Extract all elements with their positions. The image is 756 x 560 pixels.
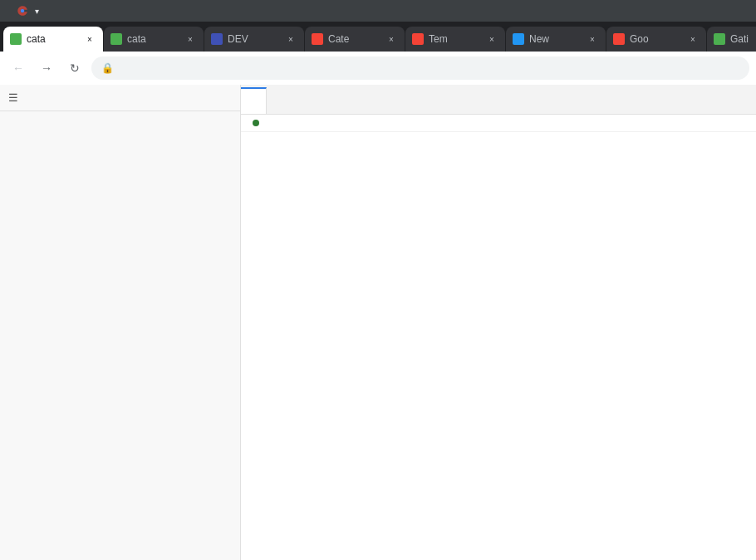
chrome-chevron-icon[interactable]: ▾ (35, 7, 39, 16)
tab-close-icon[interactable]: × (284, 32, 297, 46)
editor-tab-product-form[interactable] (241, 87, 267, 114)
tab-title-label: Cate (328, 33, 380, 45)
sidebar-header: ☰ (0, 85, 240, 111)
reload-button[interactable]: ↻ (63, 56, 86, 80)
system-bar: ▾ (0, 0, 756, 22)
address-bar[interactable]: 🔒 (91, 56, 749, 80)
editor-tab-bar (241, 85, 756, 115)
tab-close-icon[interactable]: × (385, 32, 398, 46)
browser-tab-goo-6[interactable]: Goo× (606, 27, 706, 52)
tab-favicon-icon (513, 33, 524, 45)
browser-tab-dev-2[interactable]: DEV× (204, 27, 304, 52)
tab-close-icon[interactable]: × (485, 32, 498, 46)
tab-favicon-icon (10, 33, 22, 45)
main-editor (241, 85, 756, 560)
sidebar-back-icon[interactable]: ☰ (8, 91, 18, 104)
tab-close-icon[interactable]: × (586, 32, 599, 46)
tab-title-label: Goo (630, 33, 681, 45)
nav-bar: ← → ↻ 🔒 (0, 52, 756, 85)
back-button[interactable]: ← (7, 56, 30, 80)
browser-tab-gati-7[interactable]: Gati× (707, 27, 756, 52)
forward-button[interactable]: → (35, 56, 58, 80)
chrome-icon (17, 5, 28, 17)
browser-tab-cata-1[interactable]: cata× (104, 27, 204, 52)
browser-tab-new-5[interactable]: New× (506, 27, 606, 52)
tab-favicon-icon (312, 33, 323, 45)
lock-icon: 🔒 (101, 62, 114, 74)
sidebar: ☰ (0, 85, 241, 560)
tab-title-label: Gati (730, 33, 756, 45)
chrome-indicator: ▾ (17, 5, 39, 17)
tab-favicon-icon (613, 33, 625, 45)
tab-title-label: New (529, 33, 581, 45)
browser-tab-cate-3[interactable]: Cate× (305, 27, 405, 52)
svg-point-0 (21, 9, 25, 13)
code-area[interactable] (241, 132, 756, 560)
browser-tab-tem-4[interactable]: Tem× (405, 27, 505, 52)
recent-changes-bar (241, 115, 756, 132)
status-dot (253, 120, 259, 126)
sidebar-file-list (0, 111, 240, 560)
browser-tab-cata-0[interactable]: cata× (3, 27, 103, 52)
editor-container: ☰ (0, 85, 756, 560)
tab-favicon-icon (714, 33, 725, 45)
tab-close-icon[interactable]: × (686, 32, 700, 46)
tab-favicon-icon (110, 33, 122, 45)
tab-close-icon[interactable]: × (184, 32, 197, 46)
tab-favicon-icon (211, 33, 223, 45)
tab-title-label: cata (27, 33, 78, 45)
tab-favicon-icon (412, 33, 424, 45)
tab-title-label: DEV (228, 33, 279, 45)
tab-title-label: cata (127, 33, 179, 45)
tab-bar: cata×cata×DEV×Cate×Tem×New×Goo×Gati×test… (0, 22, 756, 52)
tab-close-icon[interactable]: × (83, 32, 96, 46)
tab-title-label: Tem (429, 33, 480, 45)
